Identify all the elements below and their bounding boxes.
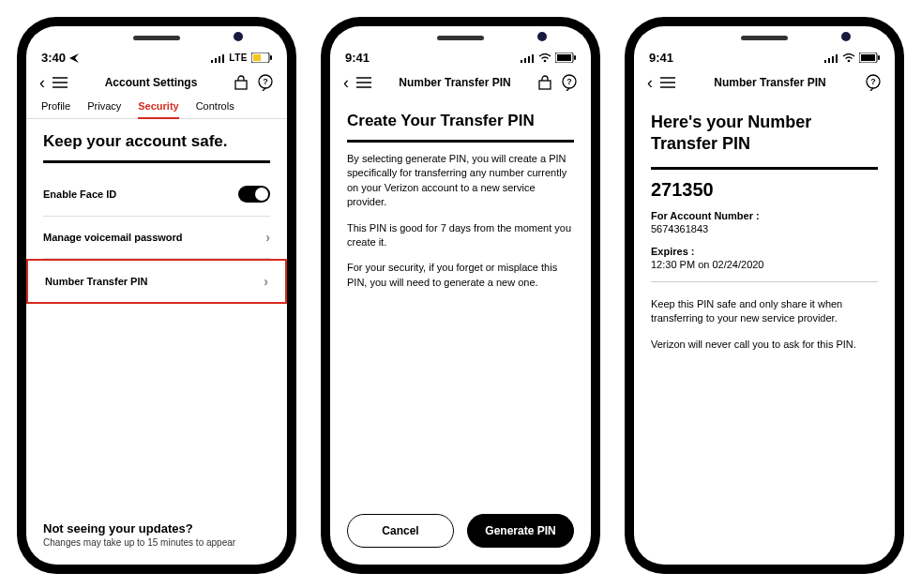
help-icon[interactable]: ? (865, 74, 882, 91)
signal-icon (521, 53, 535, 63)
nav-bar: ‹ Account Settings ? (26, 67, 287, 98)
status-time: 3:40 (41, 51, 66, 65)
svg-rect-5 (270, 55, 272, 60)
footer-subtitle: Changes may take up to 15 minutes to app… (43, 537, 270, 548)
divider (347, 140, 574, 143)
back-icon[interactable]: ‹ (39, 74, 45, 91)
divider (651, 167, 878, 170)
expires-label: Expires : (651, 246, 878, 257)
menu-icon[interactable] (53, 77, 68, 88)
row-number-transfer-pin[interactable]: Number Transfer PIN › (45, 261, 268, 302)
svg-text:?: ? (566, 77, 572, 86)
help-icon[interactable]: ? (257, 74, 274, 91)
page-title: Number Transfer PIN (683, 76, 857, 89)
content: Here's your Number Transfer PIN 271350 F… (634, 98, 895, 565)
svg-rect-0 (211, 60, 213, 63)
status-bar: 9:41 (330, 47, 591, 67)
svg-rect-15 (528, 56, 530, 63)
status-bar: 9:41 (634, 47, 895, 67)
svg-rect-33 (878, 55, 880, 60)
svg-rect-2 (219, 56, 220, 63)
button-row: Cancel Generate PIN (347, 514, 574, 548)
account-value: 5674361843 (651, 223, 878, 234)
note-1: Keep this PIN safe and only share it whe… (651, 297, 878, 326)
battery-icon (555, 53, 576, 63)
svg-rect-10 (235, 81, 247, 89)
back-icon[interactable]: ‹ (343, 74, 349, 91)
svg-text:?: ? (263, 77, 268, 86)
phone-frame-3: 9:41 ‹ Number Transfer PIN (627, 19, 902, 572)
section-heading: Create Your Transfer PIN (347, 112, 574, 130)
nav-bar: ‹ Number Transfer PIN ? (634, 67, 895, 98)
paragraph-1: By selecting generate PIN, you will crea… (347, 152, 574, 210)
location-icon (69, 53, 79, 63)
row-label: Number Transfer PIN (45, 276, 147, 287)
svg-rect-24 (539, 81, 551, 89)
wifi-icon (538, 53, 551, 63)
tab-privacy[interactable]: Privacy (87, 100, 121, 118)
footer-title: Not seeing your updates? (43, 521, 270, 535)
menu-icon[interactable] (660, 77, 675, 88)
row-voicemail[interactable]: Manage voicemail password › (43, 217, 270, 259)
network-label: LTE (229, 53, 248, 63)
thin-divider (651, 281, 878, 282)
svg-rect-19 (574, 55, 576, 60)
screen-1: 3:40 LTE ‹ Account Settings (26, 26, 287, 565)
page-title: Number Transfer PIN (379, 76, 531, 89)
note-2: Verizon will never call you to ask for t… (651, 338, 878, 352)
svg-rect-16 (532, 54, 534, 63)
toggle-face-id[interactable] (238, 186, 270, 203)
battery-icon (251, 53, 272, 63)
status-bar: 3:40 LTE (26, 47, 287, 67)
svg-rect-3 (222, 54, 224, 63)
menu-icon[interactable] (356, 77, 371, 88)
svg-rect-28 (828, 58, 830, 63)
page-title: Account Settings (75, 76, 227, 89)
content: Keep your account safe. Enable Face ID M… (26, 119, 287, 565)
signal-icon (824, 53, 838, 63)
status-time: 9:41 (345, 51, 370, 65)
row-label: Enable Face ID (43, 188, 116, 200)
account-label: For Account Number : (651, 210, 878, 221)
screen-2: 9:41 ‹ Number Transfer PIN (330, 26, 591, 565)
lock-icon[interactable] (234, 75, 248, 90)
svg-rect-30 (836, 54, 838, 63)
row-label: Manage voicemail password (43, 232, 183, 243)
svg-rect-6 (253, 54, 261, 61)
svg-rect-34 (861, 54, 875, 61)
footer-note: Not seeing your updates? Changes may tak… (43, 521, 270, 548)
tabs: Profile Privacy Security Controls (26, 98, 287, 119)
svg-rect-20 (557, 54, 571, 61)
tab-security[interactable]: Security (138, 100, 178, 119)
svg-rect-13 (521, 60, 522, 63)
paragraph-2: This PIN is good for 7 days from the mom… (347, 221, 574, 250)
row-face-id[interactable]: Enable Face ID (43, 173, 270, 217)
divider (43, 160, 270, 163)
svg-point-17 (544, 59, 547, 62)
cancel-button[interactable]: Cancel (347, 514, 454, 548)
battery-icon (859, 53, 880, 63)
expires-value: 12:30 PM on 02/24/2020 (651, 259, 878, 270)
tab-profile[interactable]: Profile (41, 100, 70, 118)
phone-frame-1: 3:40 LTE ‹ Account Settings (19, 19, 294, 572)
generate-pin-button[interactable]: Generate PIN (467, 514, 574, 548)
nav-bar: ‹ Number Transfer PIN ? (330, 67, 591, 98)
help-icon[interactable]: ? (561, 74, 578, 91)
phone-frame-2: 9:41 ‹ Number Transfer PIN (323, 19, 598, 572)
chevron-right-icon: › (264, 274, 268, 289)
lock-icon[interactable] (538, 75, 551, 90)
screen-3: 9:41 ‹ Number Transfer PIN (634, 26, 895, 565)
paragraph-3: For your security, if you forget or misp… (347, 261, 574, 290)
tab-controls[interactable]: Controls (196, 100, 234, 118)
chevron-right-icon: › (265, 230, 270, 245)
svg-point-31 (848, 59, 851, 62)
section-heading: Keep your account safe. (43, 132, 270, 151)
svg-text:?: ? (870, 77, 876, 86)
section-heading: Here's your Number Transfer PIN (651, 112, 878, 154)
svg-rect-27 (824, 60, 826, 63)
back-icon[interactable]: ‹ (647, 74, 653, 91)
signal-icon (211, 53, 225, 63)
wifi-icon (842, 53, 855, 63)
content: Create Your Transfer PIN By selecting ge… (330, 98, 591, 565)
transfer-pin: 271350 (651, 179, 878, 201)
